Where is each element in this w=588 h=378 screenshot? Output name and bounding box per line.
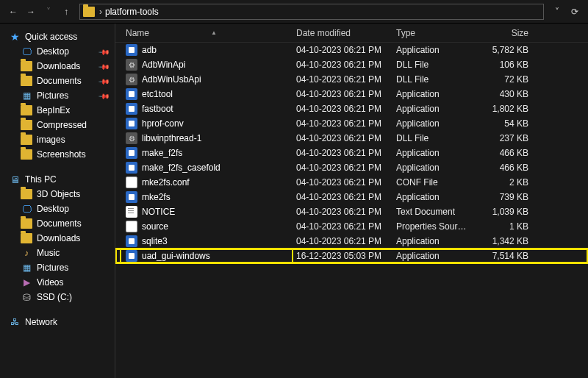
- folder-icon: [21, 76, 32, 86]
- sidebar-item-pictures[interactable]: ▦Pictures📌: [0, 88, 115, 103]
- sidebar-item-images[interactable]: images: [0, 132, 115, 147]
- file-name: NOTICE: [142, 207, 175, 217]
- file-name-cell: AdbWinApi: [121, 59, 292, 71]
- file-size: 54 KB: [474, 118, 540, 129]
- file-size: 1,342 KB: [474, 236, 540, 246]
- file-size: 7,514 KB: [474, 251, 540, 261]
- recent-dropdown[interactable]: ˅: [40, 3, 57, 21]
- sidebar-item-documents[interactable]: Documents: [0, 216, 115, 231]
- folder-icon: [83, 7, 95, 17]
- file-row[interactable]: uad_gui-windows16-12-2023 05:03 PMApplic…: [115, 249, 588, 263]
- sidebar-item-videos[interactable]: ▶Videos: [0, 275, 115, 290]
- unk-file-icon: [126, 221, 137, 232]
- file-row[interactable]: mke2fs04-10-2023 06:21 PMApplication739 …: [115, 190, 588, 204]
- forward-button[interactable]: →: [22, 3, 40, 21]
- file-name: hprof-conv: [142, 118, 184, 129]
- sidebar-item-ssd-c-[interactable]: ⛁SSD (C:): [0, 290, 115, 304]
- file-type: DLL File: [392, 60, 474, 70]
- network[interactable]: 🖧 Network: [0, 315, 115, 329]
- file-type: CONF File: [392, 177, 474, 188]
- file-name: etc1tool: [142, 89, 173, 99]
- col-type[interactable]: Type: [392, 28, 474, 38]
- file-row[interactable]: hprof-conv04-10-2023 06:21 PMApplication…: [115, 116, 588, 131]
- file-list-pane: Name ▲ Date modified Type Size adb04-10-…: [115, 24, 588, 378]
- sidebar-item-downloads[interactable]: Downloads📌: [0, 59, 115, 74]
- file-row[interactable]: NOTICE04-10-2023 06:21 PMText Document1,…: [115, 204, 588, 219]
- file-date: 04-10-2023 06:21 PM: [292, 133, 392, 143]
- quick-access[interactable]: ★ Quick access: [0, 29, 115, 44]
- up-button[interactable]: ↑: [57, 3, 75, 21]
- file-name-cell: hprof-conv: [121, 118, 292, 129]
- folder-icon: [21, 218, 32, 229]
- sidebar-item-label: BepInEx: [37, 105, 70, 115]
- file-size: 5,782 KB: [474, 45, 540, 55]
- folder-icon: [21, 135, 32, 145]
- sidebar-item-label: Pictures: [37, 263, 68, 273]
- file-row[interactable]: sqlite304-10-2023 06:21 PMApplication1,3…: [115, 234, 588, 249]
- sidebar-item-screenshots[interactable]: Screenshots: [0, 147, 115, 162]
- address-bar: ← → ˅ ↑ › platform-tools ˅ ⟳: [0, 0, 588, 24]
- sidebar-item-documents[interactable]: Documents📌: [0, 74, 115, 88]
- file-type: Text Document: [392, 207, 474, 217]
- file-name: AdbWinUsbApi: [142, 74, 201, 85]
- sidebar-item-pictures[interactable]: ▦Pictures: [0, 260, 115, 275]
- sidebar-item-music[interactable]: ♪Music: [0, 246, 115, 260]
- file-name-cell: make_f2fs_casefold: [121, 162, 292, 174]
- exe-file-icon: [126, 191, 137, 203]
- sidebar-item-desktop[interactable]: 🖵Desktop📌: [0, 44, 115, 59]
- file-type: Application: [392, 89, 474, 99]
- disk-icon: ⛁: [21, 292, 32, 302]
- sidebar-item-compressed[interactable]: Compressed: [0, 118, 115, 132]
- file-name-cell: source: [121, 221, 292, 232]
- file-name: mke2fs: [142, 192, 171, 202]
- sidebar-item-label: Desktop: [37, 204, 69, 214]
- file-name-cell: sqlite3: [121, 235, 292, 247]
- file-row[interactable]: fastboot04-10-2023 06:21 PMApplication1,…: [115, 101, 588, 116]
- file-type: Application: [392, 118, 474, 129]
- col-name[interactable]: Name ▲: [121, 28, 292, 38]
- refresh-dropdown[interactable]: ˅: [548, 7, 566, 17]
- file-date: 04-10-2023 06:21 PM: [292, 74, 392, 85]
- file-row[interactable]: make_f2fs_casefold04-10-2023 06:21 PMApp…: [115, 160, 588, 175]
- file-size: 106 KB: [474, 60, 540, 70]
- file-size: 466 KB: [474, 163, 540, 173]
- file-date: 04-10-2023 06:21 PM: [292, 163, 392, 173]
- file-name: make_f2fs_casefold: [142, 163, 220, 173]
- exe-file-icon: [126, 162, 137, 174]
- conf-file-icon: [126, 176, 137, 188]
- sidebar-item-label: images: [37, 135, 65, 145]
- col-date[interactable]: Date modified: [292, 28, 392, 38]
- file-row[interactable]: source04-10-2023 06:21 PMProperties Sour…: [115, 219, 588, 234]
- folder-icon: [21, 233, 32, 243]
- dll-file-icon: [126, 74, 137, 85]
- file-name: uad_gui-windows: [142, 251, 210, 261]
- file-date: 04-10-2023 06:21 PM: [292, 148, 392, 158]
- sidebar-item-bepinex[interactable]: BepInEx: [0, 103, 115, 118]
- sidebar-item-label: 3D Objects: [37, 189, 80, 199]
- file-row[interactable]: AdbWinUsbApi04-10-2023 06:21 PMDLL File7…: [115, 72, 588, 87]
- sidebar-item-desktop[interactable]: 🖵Desktop: [0, 202, 115, 216]
- file-name-cell: mke2fs.conf: [121, 176, 292, 188]
- column-headers: Name ▲ Date modified Type Size: [115, 24, 588, 43]
- file-size: 1 KB: [474, 221, 540, 232]
- file-row[interactable]: AdbWinApi04-10-2023 06:21 PMDLL File106 …: [115, 57, 588, 72]
- file-date: 04-10-2023 06:21 PM: [292, 118, 392, 129]
- folder-icon: [21, 149, 32, 160]
- file-row[interactable]: libwinpthread-104-10-2023 06:21 PMDLL Fi…: [115, 131, 588, 146]
- this-pc[interactable]: 🖥 This PC: [0, 172, 115, 187]
- file-row[interactable]: adb04-10-2023 06:21 PMApplication5,782 K…: [115, 43, 588, 57]
- file-row[interactable]: mke2fs.conf04-10-2023 06:21 PMCONF File2…: [115, 175, 588, 190]
- breadcrumb[interactable]: › platform-tools: [79, 4, 544, 20]
- col-size[interactable]: Size: [474, 28, 540, 38]
- file-date: 04-10-2023 06:21 PM: [292, 207, 392, 217]
- sidebar-item-label: Music: [37, 248, 60, 258]
- file-date: 04-10-2023 06:21 PM: [292, 45, 392, 55]
- refresh-button[interactable]: ⟳: [566, 7, 584, 17]
- breadcrumb-folder[interactable]: platform-tools: [105, 7, 159, 17]
- sidebar-item-3d-objects[interactable]: 3D Objects: [0, 187, 115, 202]
- sidebar-item-downloads[interactable]: Downloads: [0, 231, 115, 246]
- file-row[interactable]: etc1tool04-10-2023 06:21 PMApplication43…: [115, 87, 588, 101]
- chevron-right-icon: ›: [99, 7, 102, 17]
- back-button[interactable]: ←: [4, 3, 22, 21]
- file-row[interactable]: make_f2fs04-10-2023 06:21 PMApplication4…: [115, 146, 588, 160]
